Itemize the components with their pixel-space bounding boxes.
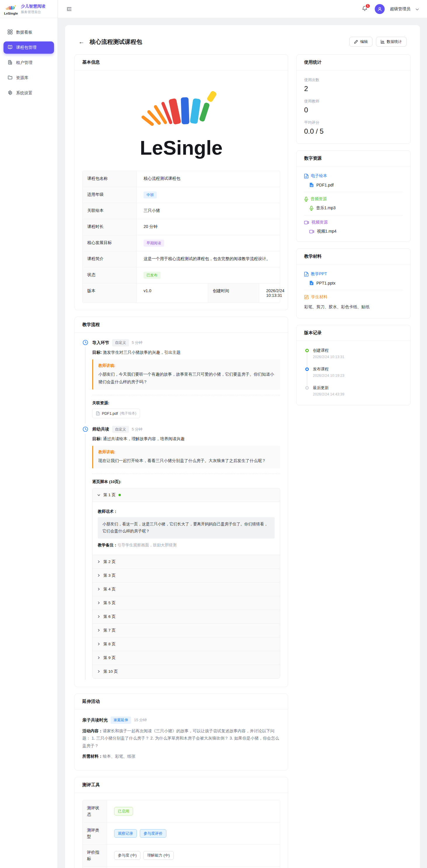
- sidebar-item-course-packages[interactable]: 课程包管理: [3, 41, 54, 54]
- stat-value: 0: [304, 106, 403, 114]
- material-group-label: 教学PPT: [311, 272, 327, 277]
- activity-name: 亲子共读时光: [82, 717, 108, 723]
- stat-label: 平均评分: [304, 120, 403, 125]
- page-title-text: 第 5 页: [103, 600, 116, 606]
- activity-duration: 15 分钟: [134, 717, 147, 723]
- stat-value: 0.0 / 5: [304, 127, 403, 135]
- extension-activity-card: 延伸活动 亲子共读时光 家庭延伸 15 分钟 活动内容：请家长和孩子一起再次阅读…: [74, 693, 288, 771]
- green-dot-icon: [119, 494, 121, 496]
- edit-button-label: 编辑: [360, 39, 368, 44]
- page-4-header[interactable]: 第 4 页: [93, 583, 280, 596]
- teacher-script-box: 教师讲稿: 小朋友们，今天我们要听一个有趣的故事，故事里有三只可爱的小猪，它们要…: [92, 359, 280, 390]
- mic-icon: [309, 206, 313, 211]
- row-value: 参与度 (中) 理解能力 (中): [107, 845, 280, 867]
- table-row: 课程时长 20 分钟: [83, 219, 280, 235]
- step-connector: [85, 434, 86, 680]
- chevron-right-icon: [97, 588, 100, 591]
- basic-info-card: 基本信息: [74, 54, 288, 310]
- table-row: 关联绘本 三只小猪: [83, 203, 280, 219]
- page-title-text: 第 6 页: [103, 614, 116, 619]
- divider: [92, 395, 280, 395]
- page-title-text: 第 4 页: [103, 587, 116, 592]
- ppt-file-icon: P: [304, 272, 308, 277]
- row-label: 版本: [83, 283, 136, 303]
- page-title-text: 第 7 页: [103, 628, 116, 633]
- page-7-header[interactable]: 第 7 页: [93, 624, 280, 638]
- timeline-item-created: 创建课程 2026/2/24 10:13:31: [305, 348, 403, 367]
- material-file[interactable]: P PPT1.pptx: [309, 280, 403, 285]
- resource-group-label: 音频资源: [310, 196, 327, 202]
- data-stats-button[interactable]: 数据统计: [376, 37, 406, 47]
- teaching-materials-title: 教学材料: [297, 249, 410, 265]
- note-text: 引导学生观察画面，鼓励大胆猜测: [118, 543, 177, 547]
- stat-average-rating: 平均评分 0.0 / 5: [304, 120, 403, 135]
- assessment-type-badge: 观察记录: [114, 829, 137, 838]
- teaching-process-card: 教学流程: [74, 317, 288, 687]
- usage-stats-card: 使用统计 使用次数 2 使用教师 0 平均评分 0.0 / 5: [296, 54, 411, 144]
- page-8-header[interactable]: 第 8 页: [93, 638, 280, 651]
- page-5-header[interactable]: 第 5 页: [93, 596, 280, 610]
- table-row: 状态 已发布: [83, 267, 280, 283]
- user-name[interactable]: 超级管理员: [390, 6, 410, 12]
- table-row: 测评状态 已启用: [83, 800, 280, 823]
- sidebar-item-dashboard[interactable]: 数据看板: [3, 26, 54, 38]
- row-label: 测评状态: [83, 800, 107, 822]
- material-group-student: 学生材料 彩笔、剪刀、胶水、彩色卡纸、贴纸: [304, 294, 403, 311]
- resource-chip[interactable]: PDF1.pdf (电子绘本): [92, 409, 140, 418]
- timeline-item-published: 发布课程 2026/2/24 10:19:23: [305, 367, 403, 385]
- sidebar-item-tenants[interactable]: 租户管理: [3, 57, 54, 69]
- page-6-header[interactable]: 第 6 页: [93, 610, 280, 624]
- resource-file[interactable]: PDF1.pdf: [309, 182, 403, 187]
- page-10-header[interactable]: 第 10 页: [93, 665, 280, 678]
- chevron-down-icon[interactable]: [416, 7, 419, 11]
- page-1-header[interactable]: 第 1 页: [93, 488, 280, 502]
- row-label: 状态: [83, 267, 136, 283]
- script-label: 教师讲稿:: [98, 363, 275, 368]
- avatar[interactable]: [375, 4, 385, 14]
- sidebar-item-settings[interactable]: 系统设置: [3, 87, 54, 99]
- row-value: 核心流程测试课程包: [136, 171, 280, 187]
- page-3-header[interactable]: 第 3 页: [93, 569, 280, 583]
- row-label: 适用年级: [83, 187, 136, 203]
- row-label: 测评类型: [83, 823, 107, 844]
- resource-file-name: 音乐1.mp3: [316, 206, 336, 211]
- table-row: 核心发展目标 早期阅读: [83, 235, 280, 251]
- pencil-icon: [354, 40, 358, 44]
- edit-button[interactable]: 编辑: [349, 37, 372, 47]
- data-stats-button-label: 数据统计: [387, 39, 402, 44]
- content-label: 活动内容：: [82, 728, 103, 733]
- resource-group-label: 视频资源: [311, 220, 328, 225]
- version-value: v1.0: [136, 283, 208, 303]
- script-text: 现在让我们一起打开绘本，看看三只小猪分别盖了什么房子。大灰狼来了之后发生了什么呢…: [98, 457, 275, 465]
- page-9-header[interactable]: 第 9 页: [93, 651, 280, 665]
- edit-square-icon: [304, 295, 309, 300]
- sidebar-item-resources[interactable]: 资源库: [3, 72, 54, 84]
- script-text: 小朋友们，今天我们要听一个有趣的故事，故事里有三只可爱的小猪，它们要盖房子。你们…: [98, 371, 275, 386]
- sidebar-item-label: 系统设置: [16, 91, 32, 96]
- top-header: 5 超级管理员: [58, 0, 427, 18]
- collapse-sidebar-button[interactable]: [66, 6, 72, 12]
- chevron-right-icon: [97, 642, 100, 646]
- materials-text: 绘本、彩笔、纸张: [103, 754, 135, 758]
- created-time-value: 2026/2/24 10:13:31: [259, 283, 288, 303]
- goal-badge: 早期阅读: [144, 240, 164, 247]
- page-2-header[interactable]: 第 2 页: [93, 555, 280, 569]
- svg-text:LeSingle: LeSingle: [140, 136, 222, 159]
- extension-activity-title: 延伸活动: [75, 694, 288, 710]
- chevron-right-icon: [97, 656, 100, 659]
- resource-label: 关联资源:: [92, 400, 280, 406]
- back-button[interactable]: ←: [79, 39, 84, 45]
- page-title-text: 第 3 页: [103, 573, 116, 578]
- script-label: 教师讲稿:: [98, 450, 275, 455]
- stat-label: 使用教师: [304, 99, 403, 104]
- resource-file-type: (电子绘本): [120, 411, 136, 416]
- row-label: 创建时间: [208, 283, 259, 303]
- resource-file[interactable]: 音乐1.mp3: [309, 206, 403, 211]
- row-value: 观察记录 参与度评价: [107, 823, 280, 844]
- book-icon: [8, 45, 12, 51]
- resource-file[interactable]: 视频1.mp4: [309, 229, 403, 234]
- notifications-button[interactable]: 5: [362, 5, 368, 12]
- stat-usage-count: 使用次数 2: [304, 78, 403, 93]
- page-title-text: 第 9 页: [103, 655, 116, 660]
- sidebar-item-label: 数据看板: [16, 30, 32, 35]
